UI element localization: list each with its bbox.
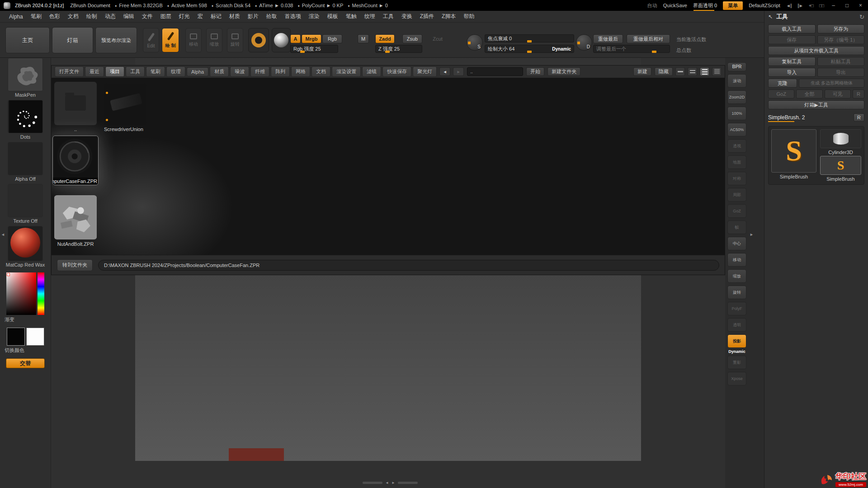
menu-help[interactable]: 帮助 [460, 12, 478, 21]
right-tray-collapse-arrow[interactable]: ► [750, 232, 754, 237]
duplicate-view-icon[interactable]: □□ [819, 3, 824, 8]
rgb-intensity-slider[interactable]: Rgb 强度 25 [290, 45, 338, 53]
channel-m-button[interactable]: M [358, 34, 369, 43]
lightbox-tab[interactable]: 噪波 [230, 66, 249, 77]
saturation-square[interactable] [6, 272, 36, 315]
current-stroke-item[interactable]: Dots [8, 100, 43, 142]
active-tool-thumbnail[interactable]: S [771, 129, 816, 173]
lightbox-tab[interactable]: 阵列 [271, 66, 290, 77]
lightbox-hide-button[interactable]: 隐藏 [655, 67, 673, 76]
menu-file[interactable]: 文件 [138, 12, 156, 21]
make-polymesh-button[interactable]: 生成 多边形网格物体 [799, 79, 864, 88]
menu-stroke[interactable]: 笔触 [342, 12, 360, 21]
project-item-nutandbolt[interactable] [54, 195, 97, 239]
alpha-thumbnail[interactable] [8, 142, 43, 175]
goz-button[interactable]: GoZ [768, 89, 794, 99]
project-item-screwdriver[interactable] [104, 84, 146, 125]
import-button[interactable]: 导入 [768, 68, 816, 77]
view-one-row-button[interactable] [675, 67, 685, 76]
menu-light[interactable]: 灯光 [175, 12, 193, 21]
perspective-button[interactable]: 透视 [727, 139, 746, 153]
redo-last-button[interactable]: 重做最后 [593, 34, 623, 43]
menu-macro[interactable]: 宏 [194, 12, 207, 21]
menu-texture[interactable]: 纹理 [361, 12, 379, 21]
brush-thumbnail[interactable] [8, 58, 43, 91]
goz-all-button[interactable]: 全部 [796, 89, 822, 99]
actual-size-button[interactable]: 100% [727, 107, 746, 120]
current-alpha-item[interactable]: Alpha Off [8, 142, 43, 184]
save-button[interactable]: 保存 [768, 35, 816, 44]
focal-shift-slider[interactable]: 焦点衰减 0 [485, 34, 574, 42]
bpr-button[interactable]: BPR [727, 62, 746, 71]
lightbox-tab-selected[interactable]: 项目 [105, 66, 124, 77]
edit-button[interactable]: Edit [143, 28, 159, 52]
preview-boolean-button[interactable]: 预览布尔渲染 [95, 27, 137, 53]
quicksave-button[interactable]: QuickSave [663, 3, 687, 8]
lightbox-tab[interactable]: Alpha [187, 67, 208, 76]
ui-transparency-slider[interactable]: 界面透明 0 [693, 2, 717, 9]
load-tool-button[interactable]: 载入工具 [768, 24, 816, 33]
load-from-project-button[interactable]: 从项目文件载入工具 [768, 46, 864, 55]
rename-button[interactable]: R [854, 113, 864, 122]
restore-button[interactable]: □ [843, 2, 851, 9]
depth-knob[interactable]: D [576, 34, 592, 51]
scroll-handle[interactable] [398, 482, 418, 484]
refresh-icon[interactable]: ↻ [859, 14, 864, 20]
color-picker[interactable] [6, 272, 44, 315]
goz-r-button[interactable]: R [853, 89, 864, 99]
goz-visible-button[interactable]: 可见 [825, 89, 851, 99]
zcut-button[interactable]: Zcut [429, 34, 447, 43]
secondary-color-swatch[interactable] [26, 328, 44, 346]
clone-button[interactable]: 克隆 [768, 79, 797, 88]
menu-edit[interactable]: 编辑 [120, 12, 138, 21]
copy-tool-button[interactable]: 复制工具 [768, 57, 816, 66]
lightbox-start-button[interactable]: 开始 [526, 67, 544, 76]
scroll-right-icon[interactable]: ► [392, 481, 395, 485]
alternate-button[interactable]: 交替 [6, 358, 45, 368]
stroke-thumbnail[interactable] [8, 100, 43, 133]
tool-item-simplebrush[interactable]: S [820, 156, 861, 175]
menu-zscript[interactable]: Z脚本 [438, 12, 459, 21]
current-material-button[interactable] [272, 28, 291, 52]
view-two-rows-button[interactable] [688, 67, 697, 76]
menu-marker[interactable]: 标记 [207, 12, 225, 21]
scale-mode-button[interactable]: 缩放 [206, 28, 222, 52]
lightbox-tab[interactable]: 渲染设置 [332, 66, 361, 77]
left-tray-collapse-arrow[interactable]: ◄ [1, 232, 5, 237]
center-button[interactable]: 中心 [727, 237, 746, 250]
symmetry-button[interactable]: 对称 [727, 172, 746, 185]
zoom2d-button[interactable]: Zoom2D [727, 90, 746, 104]
move-canvas-button[interactable]: 移动 [727, 253, 746, 267]
menu-movie[interactable]: 影片 [244, 12, 262, 21]
slider-handle[interactable] [652, 51, 656, 53]
hue-strip[interactable] [38, 272, 44, 315]
menu-stencil[interactable]: 模板 [324, 12, 342, 21]
menu-zplugin[interactable]: Z插件 [416, 12, 438, 21]
stroke-knob[interactable]: S [467, 34, 483, 51]
polyframe-button[interactable]: PolyF [727, 302, 746, 315]
lightbox-tab[interactable]: 快速保存 [382, 66, 411, 77]
split-left-icon[interactable]: ◄|| [786, 3, 792, 8]
view-three-rows-button[interactable] [700, 67, 709, 76]
lightbox-forward-button[interactable]: ► [453, 67, 464, 76]
export-button[interactable]: 导出 [817, 68, 865, 77]
ghost-button[interactable]: 重影 [727, 356, 746, 369]
dynamic-label[interactable]: Dynamic [552, 47, 571, 52]
redo-last-relative-button[interactable]: 重做最后相对 [627, 34, 670, 43]
project-item-computercasefan-selected[interactable]: ComputerCaseFan.ZPR [52, 136, 99, 185]
path-field[interactable]: D:\MAXON ZBRUSH 2024/ZProjects/Boolean/C… [98, 260, 719, 271]
current-brush-item[interactable]: MaskPen [8, 58, 43, 100]
draw-size-slider[interactable]: 绘制大小 64 Dynamic [485, 45, 574, 53]
menu-alpha[interactable]: Alpha [5, 13, 27, 21]
menu-picker[interactable]: 拾取 [263, 12, 281, 21]
goto-folder-button[interactable]: 转到文件夹 [57, 259, 93, 271]
material-thumbnail[interactable] [8, 226, 43, 261]
tool-item-cylinder3d[interactable] [820, 129, 861, 148]
save-numbered-button[interactable]: 另存（编号 1） [817, 35, 865, 44]
scale-canvas-button[interactable]: 缩放 [727, 269, 746, 283]
menu-color[interactable]: 色彩 [46, 12, 64, 21]
rotate-canvas-button[interactable]: 旋转 [727, 286, 746, 299]
menu-brush[interactable]: 笔刷 [27, 12, 45, 21]
current-brush-button[interactable] [248, 28, 269, 52]
move-mode-button[interactable]: 移动 [185, 28, 202, 52]
